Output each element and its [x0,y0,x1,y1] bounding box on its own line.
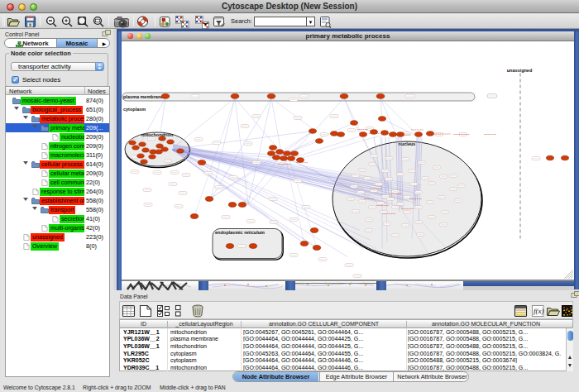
svg-text:plasma membrane: plasma membrane [123,94,163,99]
svg-text:cytoplasm: cytoplasm [123,107,146,112]
svg-text:endoplasmic reticulum: endoplasmic reticulum [215,230,265,235]
svg-text:unassigned: unassigned [507,68,533,73]
svg-text:nucleus: nucleus [399,141,416,146]
svg-text:f(x): f(x) [534,307,544,315]
